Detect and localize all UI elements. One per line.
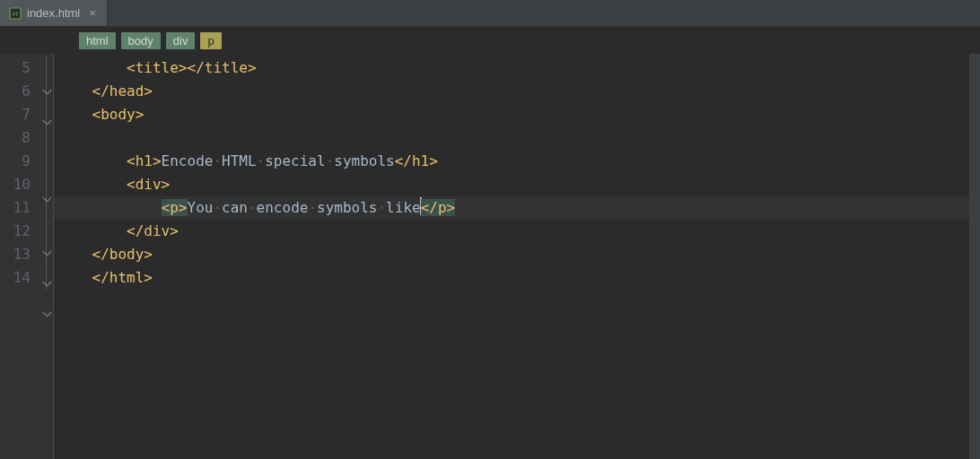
- code-line[interactable]: </head>: [54, 80, 980, 103]
- line-number: 10: [0, 173, 39, 196]
- code-line-current[interactable]: <p>You·can·encode·symbols·like</p>: [54, 196, 980, 220]
- code-line[interactable]: </body>: [54, 243, 980, 266]
- line-number: 8: [0, 126, 39, 150]
- breadcrumb-body[interactable]: body: [121, 32, 161, 49]
- line-number-gutter: 5 6 7 8 9 10 11 12 13 14: [0, 54, 39, 459]
- breadcrumb-div[interactable]: div: [166, 32, 196, 49]
- line-number: 7: [0, 103, 39, 126]
- fold-toggle-icon[interactable]: [42, 87, 51, 96]
- code-line[interactable]: </div>: [54, 220, 980, 243]
- close-icon[interactable]: ×: [87, 7, 98, 19]
- code-text: You·can·encode·symbols·like: [188, 199, 421, 216]
- svg-text:H: H: [13, 10, 18, 18]
- code-line[interactable]: <body>: [54, 103, 980, 126]
- line-number: 13: [0, 243, 39, 266]
- fold-toggle-icon[interactable]: [42, 117, 51, 126]
- breadcrumb-html[interactable]: html: [79, 32, 116, 49]
- breadcrumb-bar: html body div p: [0, 27, 980, 54]
- code-line[interactable]: <h1>Encode·HTML·special·symbols</h1>: [54, 150, 980, 173]
- file-tab[interactable]: H index.html ×: [0, 0, 108, 26]
- fold-toggle-icon[interactable]: [42, 248, 51, 257]
- fold-toggle-icon[interactable]: [42, 279, 51, 288]
- fold-gutter: [39, 54, 54, 459]
- line-number: 5: [0, 56, 39, 80]
- breadcrumb-p[interactable]: p: [200, 32, 221, 49]
- code-line[interactable]: <div>: [54, 173, 980, 196]
- line-number: 6: [0, 80, 39, 103]
- editor-scrollbar[interactable]: [969, 54, 980, 459]
- code-text: Encode·HTML·special·symbols: [162, 152, 395, 169]
- line-number: 9: [0, 150, 39, 173]
- code-area[interactable]: <title></title> </head> <body> <h1>Encod…: [54, 54, 980, 459]
- html-file-icon: H: [9, 7, 22, 20]
- line-number: 14: [0, 266, 39, 290]
- line-number: 11: [0, 196, 39, 220]
- code-line[interactable]: [54, 126, 980, 150]
- code-editor[interactable]: 5 6 7 8 9 10 11 12 13 14 <title></title>…: [0, 54, 980, 459]
- code-line[interactable]: <title></title>: [54, 56, 980, 80]
- fold-toggle-icon[interactable]: [42, 195, 51, 204]
- code-line[interactable]: </html>: [54, 266, 980, 290]
- line-number: 12: [0, 220, 39, 243]
- fold-toggle-icon[interactable]: [42, 309, 51, 318]
- tab-bar: H index.html ×: [0, 0, 980, 27]
- tab-filename: index.html: [27, 6, 80, 20]
